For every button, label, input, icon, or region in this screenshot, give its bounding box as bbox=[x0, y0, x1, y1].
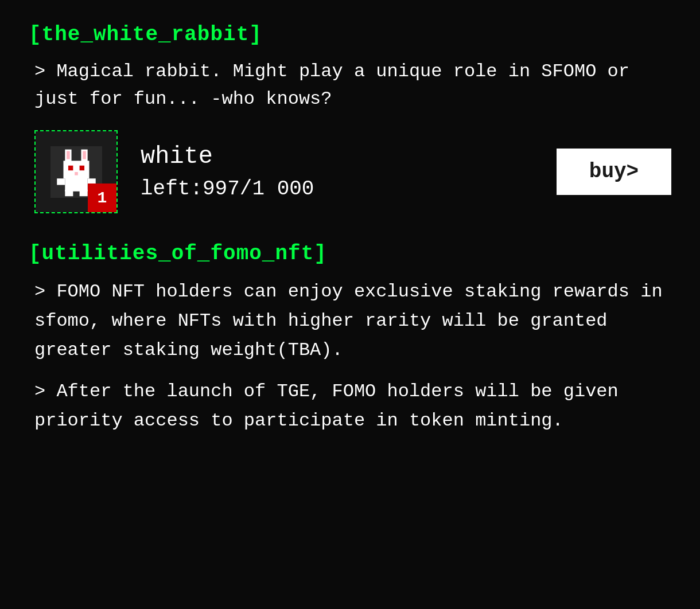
white-rabbit-description: > Magical rabbit. Might play a unique ro… bbox=[29, 58, 671, 113]
svg-rect-9 bbox=[65, 177, 87, 191]
utilities-line1: > FOMO NFT holders can enjoy exclusive s… bbox=[29, 277, 671, 365]
nft-info: white left:997/1 000 bbox=[141, 143, 534, 201]
utilities-header: [utilities_of_fomo_nft] bbox=[29, 242, 671, 266]
svg-rect-4 bbox=[83, 151, 86, 159]
utilities-line2: > After the launch of TGE, FOMO holders … bbox=[29, 377, 671, 435]
svg-rect-10 bbox=[57, 178, 65, 185]
nft-supply: left:997/1 000 bbox=[141, 177, 534, 201]
svg-rect-8 bbox=[75, 172, 78, 175]
svg-rect-12 bbox=[65, 189, 73, 196]
nft-badge: 1 bbox=[88, 184, 116, 212]
white-rabbit-header: [the_white_rabbit] bbox=[29, 23, 671, 46]
svg-rect-5 bbox=[63, 161, 89, 178]
nft-card: 1 white left:997/1 000 buy> bbox=[29, 130, 671, 213]
white-rabbit-section: [the_white_rabbit] > Magical rabbit. Mig… bbox=[29, 23, 671, 213]
svg-rect-3 bbox=[67, 151, 70, 159]
svg-rect-7 bbox=[79, 165, 84, 170]
utilities-section: [utilities_of_fomo_nft] > FOMO NFT holde… bbox=[29, 242, 671, 435]
nft-name: white bbox=[141, 143, 534, 170]
svg-rect-6 bbox=[68, 165, 72, 170]
buy-button[interactable]: buy> bbox=[557, 149, 671, 195]
svg-rect-13 bbox=[79, 189, 87, 196]
nft-image-container: 1 bbox=[34, 130, 118, 213]
